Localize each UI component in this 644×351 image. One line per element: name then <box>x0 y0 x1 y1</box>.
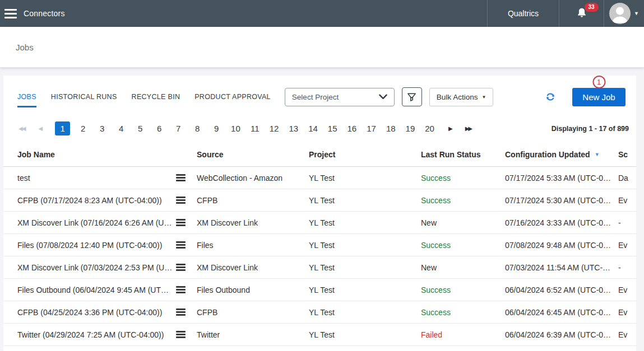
page-17-button[interactable]: 17 <box>365 121 378 135</box>
column-header-source[interactable]: Source <box>197 150 309 159</box>
job-name: Twitter (04/29/2024 7:25 AM (UTC-04:00)) <box>17 330 164 339</box>
job-name-cell: XM Discover Link (07/16/2024 6:26 AM (U… <box>17 217 197 229</box>
funnel-icon <box>407 92 416 102</box>
schedule-cell: Ev <box>618 286 636 294</box>
column-header-label: Last Run Status <box>421 150 481 159</box>
configuration-updated-cell: 07/17/2024 5:30 AM (UTC-0… <box>505 196 618 205</box>
tab-product-approval[interactable]: PRODUCT APPROVAL <box>194 86 271 107</box>
page-2-button[interactable]: 2 <box>77 121 89 135</box>
tab-historical-runs[interactable]: HISTORICAL RUNS <box>51 86 117 107</box>
account-menu[interactable]: ▼ <box>604 0 644 27</box>
column-header-last-run-status[interactable]: Last Run Status <box>421 150 505 159</box>
brand-label: Qualtrics <box>508 9 539 18</box>
column-header-sc[interactable]: Sc <box>618 150 636 159</box>
page-19-button[interactable]: 19 <box>404 121 417 135</box>
source-cell: CFPB <box>197 308 309 317</box>
row-actions-menu-icon[interactable] <box>175 172 187 184</box>
page-9-button[interactable]: 9 <box>210 121 223 135</box>
bulk-actions-button[interactable]: Bulk Actions ▼ <box>429 88 493 106</box>
tab-jobs[interactable]: JOBS <box>17 86 36 107</box>
refresh-icon <box>545 92 555 102</box>
configuration-updated-cell: 07/08/2024 9:48 AM (UTC-0… <box>505 241 618 250</box>
last-page-button[interactable]: ▶▶ <box>465 125 471 132</box>
row-actions-menu-icon[interactable] <box>175 217 187 229</box>
brand-menu[interactable]: Qualtrics <box>487 0 559 27</box>
page-14-button[interactable]: 14 <box>307 121 319 135</box>
source-cell: Files <box>197 241 309 250</box>
sort-desc-icon: ▼ <box>595 152 600 157</box>
job-name-cell: test <box>17 172 197 184</box>
new-job-label: New Job <box>582 92 615 102</box>
project-cell: YL Test <box>309 174 421 182</box>
topbar-right: Qualtrics 33 ▼ <box>487 0 644 27</box>
job-name-cell: Files (07/08/2024 12:40 PM (UTC-04:00)) <box>17 239 197 251</box>
first-page-button[interactable]: ◀◀ <box>18 125 25 132</box>
refresh-button[interactable] <box>545 92 555 102</box>
table-header-row: Job NameSourceProjectLast Run StatusConf… <box>3 150 636 167</box>
last-run-status-cell: Success <box>421 286 505 294</box>
row-actions-menu-icon[interactable] <box>175 194 187 207</box>
new-job-button[interactable]: New Job 1 <box>572 88 626 106</box>
schedule-cell: Ev <box>618 330 636 339</box>
page-3-button[interactable]: 3 <box>96 121 108 135</box>
next-page-button[interactable]: ▶ <box>448 125 452 132</box>
jobs-table: Job NameSourceProjectLast Run StatusConf… <box>3 150 636 346</box>
configuration-updated-cell: 07/03/2024 11:54 AM (UTC-… <box>505 263 618 272</box>
page-11-button[interactable]: 11 <box>249 121 261 135</box>
project-cell: YL Test <box>309 218 421 227</box>
hamburger-menu-icon[interactable] <box>4 4 17 23</box>
column-header-label: Configuration Updated <box>505 150 590 159</box>
row-actions-menu-icon[interactable] <box>175 239 187 251</box>
page-header: Jobs <box>0 27 644 68</box>
column-header-label: Project <box>309 150 335 159</box>
notification-count-badge: 33 <box>585 3 599 12</box>
column-header-job-name[interactable]: Job Name <box>17 150 197 159</box>
column-header-project[interactable]: Project <box>309 150 421 159</box>
job-name-cell: Twitter (04/29/2024 7:25 AM (UTC-04:00)) <box>17 329 197 341</box>
previous-page-button[interactable]: ◀ <box>38 125 41 132</box>
page-13-button[interactable]: 13 <box>287 121 300 135</box>
page-18-button[interactable]: 18 <box>384 121 397 135</box>
column-header-configuration-updated[interactable]: Configuration Updated▼ <box>505 150 618 159</box>
page-6-button[interactable]: 6 <box>153 121 165 135</box>
page-12-button[interactable]: 12 <box>268 121 281 135</box>
page-15-button[interactable]: 15 <box>326 121 339 135</box>
caret-down-icon: ▼ <box>481 95 486 100</box>
page-5-button[interactable]: 5 <box>134 121 146 135</box>
filter-button[interactable] <box>402 87 422 106</box>
tab-bar: JOBSHISTORICAL RUNSRECYCLE BINPRODUCT AP… <box>17 86 271 107</box>
last-run-status-cell: Success <box>421 196 505 205</box>
row-actions-menu-icon[interactable] <box>175 261 187 274</box>
page-7-button[interactable]: 7 <box>172 121 184 135</box>
last-run-status-cell: Failed <box>421 330 505 339</box>
page-4-button[interactable]: 4 <box>115 121 127 135</box>
row-actions-menu-icon[interactable] <box>175 284 187 296</box>
project-cell: YL Test <box>309 196 421 205</box>
page-16-button[interactable]: 16 <box>346 121 359 135</box>
notifications-button[interactable]: 33 <box>559 0 604 27</box>
bulk-actions-label: Bulk Actions <box>437 93 478 101</box>
main-content: JOBSHISTORICAL RUNSRECYCLE BINPRODUCT AP… <box>0 68 644 351</box>
top-app-bar: Connectors Qualtrics 33 ▼ <box>0 0 644 27</box>
last-run-status-cell: Success <box>421 174 505 182</box>
row-actions-menu-icon[interactable] <box>175 306 187 319</box>
configuration-updated-cell: 06/04/2024 6:45 AM (UTC-0… <box>505 308 618 317</box>
page-20-button[interactable]: 20 <box>423 121 436 135</box>
project-cell: YL Test <box>309 241 421 250</box>
source-cell: XM Discover Link <box>197 263 309 272</box>
row-actions-menu-icon[interactable] <box>175 329 187 341</box>
table-row: testWebCollection - AmazonYL TestSuccess… <box>3 167 636 189</box>
project-select[interactable]: Select Project <box>285 88 395 106</box>
job-name-cell: CFPB (07/17/2024 8:23 AM (UTC-04:00)) <box>17 194 197 207</box>
chevron-down-icon: ▼ <box>634 11 639 16</box>
project-cell: YL Test <box>309 330 421 339</box>
project-cell: YL Test <box>309 308 421 317</box>
page-1-button[interactable]: 1 <box>55 121 70 135</box>
page-8-button[interactable]: 8 <box>191 121 203 135</box>
job-name-cell: XM Discover Link (07/03/2024 2:53 PM (U… <box>17 261 197 274</box>
page-10-button[interactable]: 10 <box>229 121 242 135</box>
table-row: CFPB (07/17/2024 8:23 AM (UTC-04:00))CFP… <box>3 189 636 212</box>
tab-recycle-bin[interactable]: RECYCLE BIN <box>132 86 180 107</box>
project-select-value: Select Project <box>292 93 339 101</box>
pagination-summary: Displaying 1 - 17 of 899 <box>552 125 629 133</box>
